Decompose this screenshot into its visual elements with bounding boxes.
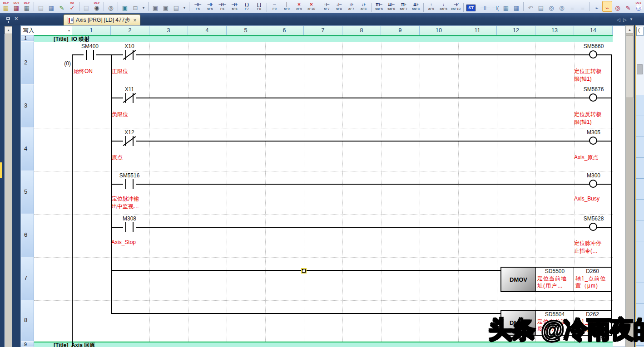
- tab-close-icon[interactable]: ×: [133, 17, 136, 24]
- operand-cell[interactable]: D260 轴1_点前位置（μm): [574, 268, 611, 291]
- ladder-symbol-button[interactable]: ↑⊢sF7: [321, 0, 333, 12]
- toolbar-icon[interactable]: ▦: [46, 1, 56, 12]
- ladder-symbol-button[interactable]: │sF9: [281, 0, 293, 12]
- pin-icon[interactable]: [6, 17, 10, 20]
- toolbar-icon[interactable]: ▾: [182, 1, 187, 12]
- ladder-symbol-button[interactable]: ⊣∕⊢F6: [216, 0, 228, 12]
- toolbar-icon[interactable]: ◎: [546, 1, 556, 12]
- device-label: SD5500: [536, 268, 574, 275]
- toolbar-icon[interactable]: ◎: [106, 1, 116, 12]
- toolbar-icon[interactable]: ◎: [613, 1, 623, 12]
- operand-cell[interactable]: SD5500 定位当前地址(用户…: [536, 268, 574, 291]
- device-comment: 定位正转极限(轴1): [574, 68, 601, 83]
- scroll-up-button[interactable]: ▲: [626, 26, 634, 34]
- contact-nc-x12[interactable]: [123, 135, 136, 147]
- ladder-symbol-button[interactable]: ( )F7: [241, 0, 253, 12]
- contact-nc-x10[interactable]: [123, 49, 136, 61]
- toolbar-icon[interactable]: DEV◉: [92, 1, 102, 12]
- ladder-symbol-button[interactable]: ─F9: [268, 0, 281, 12]
- coil-m305[interactable]: [589, 137, 597, 145]
- ladder-symbol-button[interactable]: ⇈⊦saF7: [397, 0, 410, 12]
- ladder-symbol-button[interactable]: ✕cF10: [305, 0, 317, 12]
- ladder-symbol-button[interactable]: ⇈⊢saF5: [373, 0, 385, 12]
- toolbar-icon[interactable]: DEV▦: [22, 1, 32, 12]
- toolbar-icon[interactable]: ▣: [150, 1, 160, 12]
- contact-no-m308[interactable]: [123, 221, 136, 233]
- toolbar-icon[interactable]: ✎: [623, 1, 633, 12]
- statement-title-io[interactable]: [Title] IO 映射: [34, 35, 613, 42]
- ladder-symbol-button[interactable]: ⊣⊦sF5: [204, 0, 216, 12]
- contact-no-sm5516[interactable]: [123, 178, 136, 190]
- device-comment: 定位脉冲输出中监视…: [112, 195, 139, 210]
- edit-mode-selector[interactable]: 写入 ▾: [21, 26, 72, 35]
- toolbar-icon[interactable]: ↶: [525, 1, 535, 12]
- toolbar-icon[interactable]: ▤: [36, 1, 46, 12]
- left-dock-scroll-up-button[interactable]: ▲: [5, 26, 12, 34]
- column-header: 13: [535, 26, 574, 35]
- toolbar-icon[interactable]: ≡: [578, 1, 588, 12]
- ladder-symbol-button[interactable]: ⊣∕caF10: [450, 0, 462, 12]
- ladder-symbol-button[interactable]: ↓caF5: [437, 0, 450, 12]
- edit-cursor[interactable]: [301, 268, 307, 274]
- toolbar-icon[interactable]: ⊟: [130, 1, 140, 12]
- toolbar-icon[interactable]: ▦: [511, 1, 521, 12]
- element-list-rows[interactable]: [636, 95, 644, 347]
- column-header: 8: [342, 26, 381, 35]
- toolbar-icon[interactable]: ⊣(: [490, 1, 500, 12]
- toolbar-group-right: ST⊣⊢⊣(▦▦↶▤◎◎≡≡⌁⌁◎✎DEV◎DEV⇩⊟⊟≣: [466, 1, 644, 12]
- toolbar-icon[interactable]: ⊣⊢: [480, 1, 490, 12]
- filter-combo-fragment[interactable]: (: [636, 27, 644, 36]
- coil-sm5628[interactable]: [589, 223, 597, 231]
- tab-list-dropdown-icon[interactable]: ▼: [629, 17, 633, 21]
- column-header: 1: [72, 26, 111, 35]
- coil-sm5660[interactable]: [589, 50, 597, 59]
- toolbar-icon[interactable]: ▤: [81, 1, 91, 12]
- nc-slash: [123, 50, 136, 60]
- tab-axis-program[interactable]: Axis [PRG] [LD] 477步 ×: [64, 15, 140, 25]
- ladder-symbol-button[interactable]: ↓⊢sF8: [333, 0, 345, 12]
- toolbar-icon[interactable]: ▣: [161, 1, 171, 12]
- device-label: SM5660: [578, 43, 609, 49]
- instruction-name[interactable]: DMOV: [501, 268, 536, 291]
- toolbar-icon[interactable]: ▦: [501, 1, 511, 12]
- right-power-rail: [611, 54, 612, 336]
- toolbar-icon[interactable]: ▤: [171, 1, 181, 12]
- panel-toolbar-icon[interactable]: [637, 64, 643, 74]
- left-dock-scrollbar[interactable]: [5, 34, 12, 347]
- toolbar-icon[interactable]: I/O✓: [67, 1, 77, 12]
- toolbar-icon[interactable]: ▣: [120, 1, 130, 12]
- coil-sm5676[interactable]: [589, 93, 597, 102]
- contact-nc-x11[interactable]: [123, 92, 136, 104]
- device-comment: 定位脉冲停止指令(…: [574, 239, 601, 255]
- ladder-symbol-button[interactable]: ↑aF5: [425, 0, 437, 12]
- chevron-down-icon[interactable]: ▾: [68, 29, 70, 33]
- toolbar-icon[interactable]: ▾: [141, 1, 146, 12]
- ladder-symbol-button[interactable]: ↑⊦aF7: [345, 0, 357, 12]
- ladder-symbol-button[interactable]: [ ]F8: [253, 0, 265, 12]
- instruction-block-dmov[interactable]: DMOV SD5500 定位当前地址(用户… D260 轴1_点前位置（μm): [500, 267, 612, 292]
- toolbar-icon[interactable]: ⌁: [592, 1, 602, 12]
- row-number: 5: [21, 171, 34, 214]
- collapsed-tab-marker[interactable]: [0, 162, 2, 178]
- toolbar-icon[interactable]: DEV▦: [11, 1, 21, 12]
- ladder-symbol-button[interactable]: ⇊⊦saF8: [410, 0, 422, 12]
- coil-m300[interactable]: [589, 180, 597, 188]
- contact-no-sm400[interactable]: [84, 49, 96, 61]
- tab-scroll-left-icon[interactable]: ◁: [617, 17, 620, 22]
- ladder-symbol-button[interactable]: ⊣∕⊦sF6: [228, 0, 241, 12]
- toolbar-icon[interactable]: ST: [466, 1, 476, 12]
- toolbar-icon[interactable]: ◎: [557, 1, 567, 12]
- scrollbar-thumb[interactable]: [626, 35, 634, 98]
- dock-close-icon[interactable]: ×: [15, 15, 18, 22]
- toolbar-icon[interactable]: ✎: [57, 1, 67, 12]
- toolbar-icon[interactable]: ▤: [536, 1, 546, 12]
- ladder-symbol-button[interactable]: ⇊⊢saF6: [385, 0, 397, 12]
- ladder-symbol-button[interactable]: ↓⊦aF8: [357, 0, 370, 12]
- ladder-symbol-button[interactable]: ✕cF9: [293, 0, 305, 12]
- ladder-symbol-button[interactable]: ⊣⊢F5: [192, 0, 204, 12]
- toolbar-icon[interactable]: ⌁: [602, 1, 612, 12]
- toolbar-icon[interactable]: ≡: [567, 1, 577, 12]
- tab-scroll-right-icon[interactable]: ▷: [623, 17, 627, 22]
- device-comment: 原点: [112, 154, 123, 161]
- toolbar-icon[interactable]: DEV▦: [1, 1, 11, 12]
